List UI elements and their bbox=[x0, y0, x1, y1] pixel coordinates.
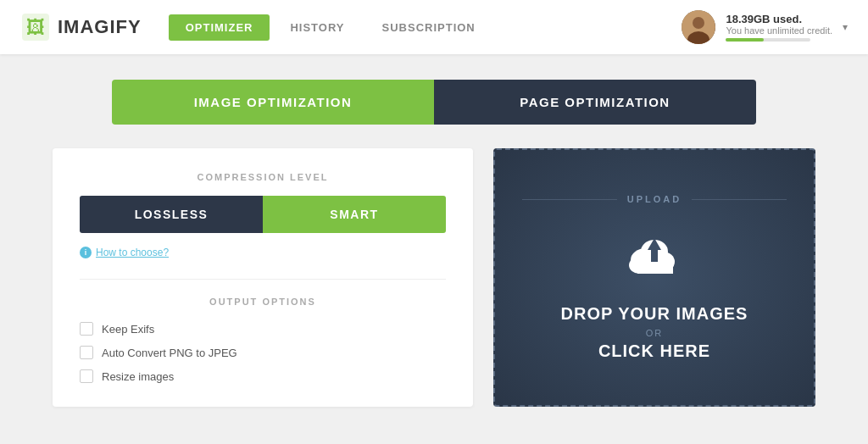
cloud-upload-icon bbox=[620, 228, 688, 286]
checkbox-label-convert: Auto Convert PNG to JPEG bbox=[102, 347, 237, 359]
upload-line-right bbox=[692, 199, 787, 200]
credit-text: You have unlimited credit. bbox=[726, 25, 832, 36]
account-info: 18.39GB used. You have unlimited credit. bbox=[726, 13, 832, 42]
storage-bar bbox=[726, 38, 810, 42]
checkbox-box-exifs[interactable] bbox=[80, 322, 93, 336]
checkbox-auto-convert[interactable]: Auto Convert PNG to JPEG bbox=[80, 346, 446, 359]
lossless-button[interactable]: LOSSLESS bbox=[80, 196, 263, 233]
checkbox-box-resize[interactable] bbox=[80, 369, 93, 383]
output-label: OUTPUT OPTIONS bbox=[80, 297, 446, 307]
checkbox-list: Keep Exifs Auto Convert PNG to JPEG Resi… bbox=[80, 322, 446, 383]
storage-bar-fill bbox=[726, 38, 764, 42]
drop-text: DROP YOUR IMAGES bbox=[561, 302, 748, 325]
click-here-text: CLICK HERE bbox=[598, 341, 710, 361]
header-right: 18.39GB used. You have unlimited credit.… bbox=[682, 10, 848, 44]
tab-image-optimization[interactable]: IMAGE OPTIMIZATION bbox=[112, 80, 434, 125]
how-to-choose: i How to choose? bbox=[80, 247, 446, 258]
checkbox-label-exifs: Keep Exifs bbox=[102, 323, 154, 336]
account-dropdown-chevron[interactable]: ▾ bbox=[843, 21, 848, 33]
main-nav: OPTIMIZER HISTORY SUBSCRIPTION bbox=[169, 14, 682, 41]
svg-point-3 bbox=[693, 17, 704, 29]
svg-text:🖼: 🖼 bbox=[26, 17, 45, 38]
checkbox-box-convert[interactable] bbox=[80, 346, 93, 359]
compression-buttons: LOSSLESS SMART bbox=[80, 196, 446, 233]
upload-panel[interactable]: UPLOAD DROP YOUR IMAGES OR bbox=[493, 148, 815, 407]
upload-line-left bbox=[522, 199, 617, 200]
nav-optimizer[interactable]: OPTIMIZER bbox=[169, 14, 270, 41]
logo-icon: 🖼 bbox=[20, 12, 51, 42]
avatar-image bbox=[682, 10, 715, 44]
compression-label: COMPRESSION LEVEL bbox=[80, 172, 446, 182]
or-text: OR bbox=[646, 328, 664, 338]
checkbox-keep-exifs[interactable]: Keep Exifs bbox=[80, 322, 446, 336]
info-icon: i bbox=[80, 247, 92, 258]
nav-history[interactable]: HISTORY bbox=[273, 14, 361, 41]
upload-label: UPLOAD bbox=[627, 194, 682, 204]
content-area: COMPRESSION LEVEL LOSSLESS SMART i How t… bbox=[53, 148, 815, 407]
how-to-choose-link[interactable]: How to choose? bbox=[96, 247, 169, 258]
tab-bar: IMAGE OPTIMIZATION PAGE OPTIMIZATION bbox=[112, 80, 756, 125]
logo-area: 🖼 IMAGIFY bbox=[20, 12, 142, 42]
checkbox-label-resize: Resize images bbox=[102, 370, 174, 383]
main-content: IMAGE OPTIMIZATION PAGE OPTIMIZATION COM… bbox=[0, 54, 868, 444]
left-panel: COMPRESSION LEVEL LOSSLESS SMART i How t… bbox=[53, 148, 473, 407]
upload-label-row: UPLOAD bbox=[522, 194, 787, 204]
tab-page-optimization[interactable]: PAGE OPTIMIZATION bbox=[434, 80, 756, 125]
avatar bbox=[682, 10, 715, 44]
divider bbox=[80, 279, 446, 280]
checkbox-resize[interactable]: Resize images bbox=[80, 369, 446, 383]
logo-text: IMAGIFY bbox=[58, 16, 142, 38]
storage-used: 18.39GB used. bbox=[726, 13, 802, 25]
smart-button[interactable]: SMART bbox=[263, 196, 446, 233]
nav-subscription[interactable]: SUBSCRIPTION bbox=[365, 14, 492, 41]
header: 🖼 IMAGIFY OPTIMIZER HISTORY SUBSCRIPTION… bbox=[0, 0, 868, 54]
